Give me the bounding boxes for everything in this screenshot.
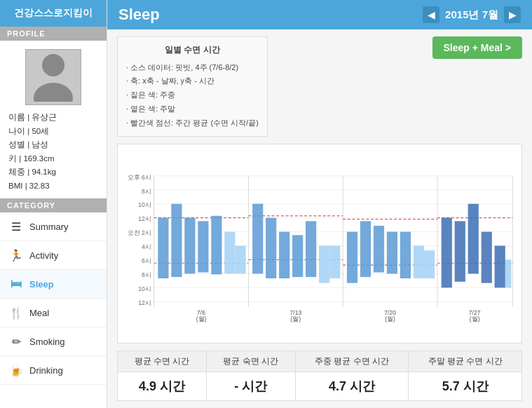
sidebar-item-meal[interactable]: 🍴 Meal <box>0 299 107 327</box>
category-items: ☰ Summary 🏃 Activity 🛏 Sleep 🍴 Meal ✏ Sm… <box>0 212 107 408</box>
date-navigation: ◀ 2015년 7월 ▶ <box>423 6 521 23</box>
svg-rect-68 <box>495 245 505 287</box>
app-title: 건강스스로지킴이 <box>0 0 107 27</box>
smoking-icon: ✏ <box>8 334 24 349</box>
svg-text:8시: 8시 <box>142 271 151 278</box>
svg-rect-53 <box>292 235 303 277</box>
svg-text:12시: 12시 <box>138 215 151 222</box>
svg-point-0 <box>42 54 64 76</box>
top-row: 일별 수면 시간 · 소스 데이터: 핏빗, 4주 (7/6-8/2) · 축:… <box>117 36 522 137</box>
svg-text:6시: 6시 <box>142 257 151 264</box>
summary-table: 평균 수면 시간 평균 숙면 시간 주중 평균 수면 시간 주말 평균 수면 시… <box>117 351 522 401</box>
profile-info: 이름 | 유상근 나이 | 50세 성별 | 남성 키 | 169.3cm 체중… <box>6 111 101 193</box>
info-line-3: · 짙은 색: 주중 <box>126 88 259 102</box>
profile-area: 이름 | 유상근 나이 | 50세 성별 | 남성 키 | 169.3cm 체중… <box>0 41 107 198</box>
val-weekend-sleep: 5.7 시간 <box>409 372 522 401</box>
val-avg-sleep: 4.9 시간 <box>118 372 207 401</box>
svg-point-1 <box>34 83 73 102</box>
main-content: Sleep ◀ 2015년 7월 ▶ 일별 수면 시간 · 소스 데이터: 핏빗… <box>107 0 532 408</box>
sidebar-item-drinking[interactable]: 🍺 Drinking <box>0 356 107 385</box>
sidebar-item-smoking[interactable]: ✏ Smoking <box>0 327 107 356</box>
profile-name: 이름 | 유상근 <box>8 111 101 125</box>
svg-text:(월): (월) <box>470 315 480 322</box>
col-avg-sleep: 평균 수면 시간 <box>118 351 207 372</box>
avatar <box>25 49 81 105</box>
meal-label: Meal <box>29 308 49 318</box>
svg-rect-44 <box>171 203 182 276</box>
svg-rect-59 <box>374 226 384 272</box>
info-line-2: · 축: x축 - 날짜, y축 - 시간 <box>126 74 259 88</box>
svg-rect-46 <box>198 221 208 272</box>
svg-rect-66 <box>468 203 479 273</box>
val-deep-sleep: - 시간 <box>206 372 295 401</box>
info-box-title: 일별 수면 시간 <box>126 43 259 58</box>
svg-text:4시: 4시 <box>142 243 151 250</box>
svg-rect-67 <box>482 231 492 283</box>
info-line-1: · 소스 데이터: 핏빗, 4주 (7/6-8/2) <box>126 61 259 75</box>
main-header: Sleep ◀ 2015년 7월 ▶ <box>107 0 532 29</box>
profile-section-label: PROFILE <box>0 27 107 41</box>
sidebar-item-sleep[interactable]: 🛏 Sleep <box>0 270 107 299</box>
sleep-meal-button[interactable]: Sleep + Meal > <box>432 36 523 59</box>
sidebar-item-activity[interactable]: 🏃 Activity <box>0 241 107 270</box>
svg-text:8시: 8시 <box>142 187 151 194</box>
svg-rect-47 <box>211 215 221 274</box>
svg-rect-54 <box>306 221 316 277</box>
svg-rect-45 <box>184 217 195 273</box>
drinking-icon: 🍺 <box>8 362 24 378</box>
info-box: 일별 수면 시간 · 소스 데이터: 핏빗, 4주 (7/6-8/2) · 축:… <box>117 36 268 137</box>
svg-text:12시: 12시 <box>138 299 151 306</box>
col-weekday-sleep: 주중 평균 수면 시간 <box>295 351 409 372</box>
info-line-5: · 빨간색 점선: 주간 평균 (수면 시작/끝) <box>126 116 259 130</box>
sidebar-item-summary[interactable]: ☰ Summary <box>0 212 107 241</box>
profile-bmi: BMI | 32.83 <box>8 179 101 193</box>
svg-rect-61 <box>400 231 411 278</box>
next-month-button[interactable]: ▶ <box>504 6 521 23</box>
chart-svg: 오후 6시 8시 10시 12시 오전 2시 4시 6시 8시 10시 12시 <box>123 149 516 339</box>
svg-rect-58 <box>360 221 371 277</box>
svg-text:오전 2시: 오전 2시 <box>128 229 151 236</box>
svg-text:오후 6시: 오후 6시 <box>128 173 151 180</box>
summary-icon: ☰ <box>8 219 24 234</box>
profile-weight: 체중 | 94.1kg <box>8 165 101 179</box>
col-deep-sleep: 평균 숙면 시간 <box>206 351 295 372</box>
val-weekday-sleep: 4.7 시간 <box>295 372 409 401</box>
svg-rect-49 <box>235 245 245 273</box>
svg-rect-48 <box>224 231 235 273</box>
svg-rect-65 <box>455 221 465 281</box>
profile-gender: 성별 | 남성 <box>8 138 101 152</box>
info-line-4: · 옅은 색: 주말 <box>126 102 259 116</box>
svg-rect-60 <box>387 231 397 273</box>
smoking-label: Smoking <box>29 336 65 347</box>
svg-rect-50 <box>252 203 263 273</box>
svg-rect-52 <box>279 231 289 278</box>
svg-rect-62 <box>414 245 424 278</box>
category-section-label: CATEGORY <box>0 198 107 212</box>
svg-rect-57 <box>347 231 357 283</box>
svg-rect-56 <box>329 245 340 278</box>
sidebar: 건강스스로지킴이 PROFILE 이름 | 유상근 나이 | 50세 성별 | … <box>0 0 107 408</box>
svg-rect-55 <box>319 245 329 283</box>
svg-rect-51 <box>266 217 276 278</box>
svg-text:(월): (월) <box>385 315 395 322</box>
page-title: Sleep <box>118 6 160 24</box>
content-area: 일별 수면 시간 · 소스 데이터: 핏빗, 4주 (7/6-8/2) · 축:… <box>107 29 532 408</box>
svg-rect-43 <box>158 217 168 278</box>
svg-rect-63 <box>424 250 435 278</box>
svg-rect-69 <box>505 259 512 287</box>
svg-text:10시: 10시 <box>138 285 151 292</box>
meal-icon: 🍴 <box>8 305 24 320</box>
svg-text:(월): (월) <box>290 315 301 322</box>
summary-label: Summary <box>29 222 69 232</box>
sleep-chart: 오후 6시 8시 10시 12시 오전 2시 4시 6시 8시 10시 12시 <box>117 144 522 344</box>
profile-age: 나이 | 50세 <box>8 125 101 139</box>
svg-rect-64 <box>442 217 452 287</box>
col-weekend-sleep: 주말 평균 수면 시간 <box>409 351 522 372</box>
activity-label: Activity <box>29 250 58 261</box>
sleep-label: Sleep <box>29 279 54 290</box>
svg-text:10시: 10시 <box>138 201 151 208</box>
profile-height: 키 | 169.3cm <box>8 152 101 166</box>
prev-month-button[interactable]: ◀ <box>423 6 439 23</box>
svg-text:(월): (월) <box>196 315 207 322</box>
sleep-icon: 🛏 <box>8 276 24 292</box>
